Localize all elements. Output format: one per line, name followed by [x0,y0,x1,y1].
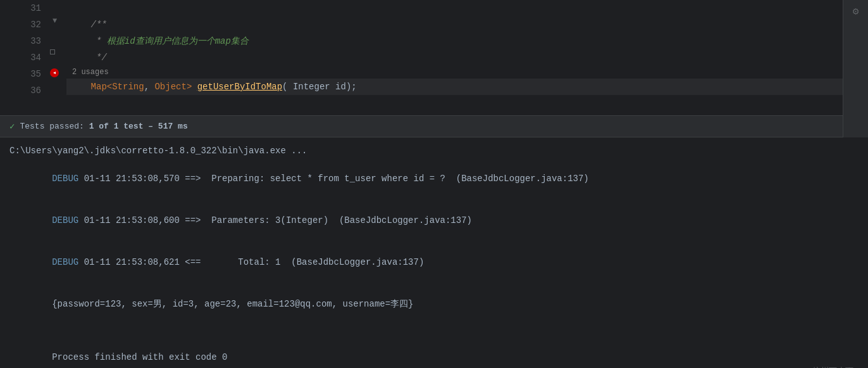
comment-end: */ [70,53,107,63]
code-content: /** * 根据id查询用户信息为一个map集合 */ 2 usages Map… [66,0,868,115]
line-numbers: 31 32 33 34 35 36 [0,0,47,115]
line-num-33: 33 [22,33,41,49]
usages-line[interactable]: 2 usages [66,66,868,79]
debug-line-1: DEBUG 01-11 21:53:08,570 ==> Preparing: … [9,158,859,200]
test-check-icon: ✓ [9,121,15,132]
method-name: getUserByIdToMap [197,82,282,92]
type-object: Object [154,82,186,92]
space [192,82,197,92]
usages-text: 2 usages [72,68,109,77]
angle-open: < [107,82,112,92]
result-text: {password=123, sex=男, id=3, age=23, emai… [52,299,413,309]
line-num-31: 31 [22,0,41,16]
settings-icon[interactable]: ⚙ [853,5,859,18]
params: ( Integer id); [282,82,357,92]
watermark: CSDN @杭州下小雨~ [779,364,859,368]
process-line: Process finished with exit code 0 [9,336,859,368]
result-line: {password=123, sex=男, id=3, age=23, emai… [9,283,859,325]
console-path-line: C:\Users\yang2\.jdks\corretto-1.8.0_322\… [9,144,859,158]
test-bar: ✓ Tests passed: 1 of 1 test – 517 ms [0,116,868,137]
editor-area: 31 32 33 34 35 36 ▼ [0,0,868,116]
code-line-33: * 根据id查询用户信息为一个map集合 [66,33,868,49]
test-label: Tests passed: 1 of 1 test – 517 ms [20,122,187,131]
comment-content2: 集合 [231,35,249,47]
comment-map: map [215,36,231,46]
breakpoint-34[interactable] [50,49,55,54]
console-area: C:\Users\yang2\.jdks\corretto-1.8.0_322\… [0,137,868,368]
code-line-32: /** [66,16,868,33]
debug-line-2: DEBUG 01-11 21:53:08,600 ==> Parameters:… [9,200,859,241]
line-num-extra [22,99,41,115]
line-num-36: 36 [22,82,41,99]
debug-label-3: DEBUG [52,257,78,267]
debug-label-2: DEBUG [52,215,78,225]
angle-close: > [187,82,192,92]
comment-star: * [70,36,107,46]
fold-icon-32[interactable]: ▼ [53,16,57,25]
debug-icon-35 [47,66,61,80]
line-num-35: 35 [22,66,41,82]
test-label-prefix: Tests passed: [20,122,89,131]
test-detail: 1 of 1 test – 517 ms [89,122,188,131]
comment-content: 根据id查询用户信息为一个 [107,35,215,47]
code-line-34: */ [66,49,868,66]
line-num-32: 32 [22,16,41,33]
debug-line-3: DEBUG 01-11 21:53:08,621 <== Total: 1 (B… [9,241,859,283]
debug-label-1: DEBUG [52,174,78,184]
comma: , [144,82,155,92]
type-string: String [112,82,144,92]
code-line-35: Map<String, Object> getUserByIdToMap( In… [66,79,868,95]
line-num-34: 34 [22,49,41,66]
code-line-36 [66,95,868,111]
gutter: ▼ [47,0,66,115]
code-line-31 [66,0,868,16]
top-bar: ⚙ [843,0,868,139]
bottom-section: ✓ Tests passed: 1 of 1 test – 517 ms C:\… [0,116,868,368]
process-text: Process finished with exit code 0 [52,352,227,362]
comment-start: /** [70,20,107,30]
type-map: Map [70,82,107,92]
main-container: 31 32 33 34 35 36 ▼ [0,0,868,368]
